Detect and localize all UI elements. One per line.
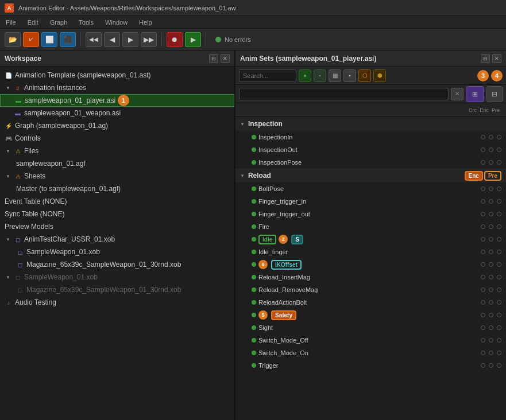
idle-badge[interactable]: Idle [258, 235, 276, 244]
trig-dot-2 [489, 363, 493, 368]
toolbar-btn-3[interactable]: ⬜ [41, 32, 57, 47]
stop-button[interactable]: ◀◀ [86, 32, 102, 47]
search-input[interactable] [239, 69, 296, 82]
tree-item-audio-testing[interactable]: ♪ Audio Testing [0, 296, 234, 309]
anim-row-inspectionout[interactable]: InspectionOut [235, 143, 506, 156]
toolbar: 📂 🗸 ⬜ ⬛ ◀◀ ◀ ▶ ▶▶ ⏺ ▶ No errors [0, 29, 506, 50]
rab-dot-2 [489, 300, 493, 305]
inspectionpose-label: InspectionPose [258, 159, 478, 166]
anim-row-inspectionin[interactable]: InspectionIn [235, 131, 506, 143]
animsets-icon-2[interactable]: ✕ [492, 54, 501, 63]
search-btn-2[interactable]: ▪ [314, 69, 326, 82]
fire-label: Fire [258, 223, 478, 230]
anim-row-idle[interactable]: Idle 2 S [235, 233, 506, 246]
col-header-crc: Crc [467, 107, 478, 113]
tree-item-event-table[interactable]: Event Table (NONE) [0, 195, 234, 208]
tree-item-sync-table[interactable]: Sync Table (NONE) [0, 208, 234, 220]
reload-badge-pre[interactable]: Pre [484, 171, 501, 181]
play-button[interactable]: ▶ [185, 32, 201, 47]
anim-row-reload-removemag[interactable]: Reload_RemoveMag [235, 283, 506, 296]
fire-dot-3 [497, 224, 501, 229]
tree-item-files[interactable]: ▼ ⚠ Files [0, 145, 234, 157]
animsets-icon-1[interactable]: ⊟ [481, 54, 490, 63]
view-list-btn[interactable]: ⊟ [486, 86, 503, 102]
tree-item-controls[interactable]: 🎮 Controls [0, 132, 234, 145]
skip-button[interactable]: ▶▶ [141, 32, 157, 47]
search-btn-orange[interactable]: ⬡ [358, 69, 371, 82]
forward-button[interactable]: ▶ [122, 32, 138, 47]
workspace-icon-1[interactable]: ⊟ [209, 54, 218, 63]
idlef-dot-1 [481, 250, 485, 254]
tree-item-anim-instances[interactable]: ▼ ≡ Animation Instances [0, 81, 234, 94]
reload-badge-enc[interactable]: Enc [465, 171, 483, 181]
tree-item-sampleweapon-disabled[interactable]: ▼ ◻ SampleWeapon_01.xob [0, 271, 234, 283]
view-grid-btn[interactable]: ⊞ [466, 86, 484, 102]
save-button[interactable]: 🗸 [23, 32, 39, 47]
tree-item-magazine-disabled[interactable]: ◻ Magazine_65x39c_SampleWeapon_01_30rnd.… [0, 283, 234, 296]
rab-dot [252, 300, 256, 305]
search-btn-4[interactable]: ▪ [343, 69, 356, 82]
anim-row-finger-trigger-in[interactable]: Finger_trigger_in [235, 195, 506, 208]
col-headers: Crc Enc Pre [235, 103, 506, 117]
tree-item-file1[interactable]: sampleweapon_01.agf [0, 157, 234, 170]
animsets-header: Anim Sets (sampleweapon_01_player.asi) ⊟… [235, 50, 506, 67]
fti-dot-3 [497, 199, 501, 204]
anim-row-boltpose[interactable]: BoltPose [235, 182, 506, 195]
anim-row-reload-action-bolt[interactable]: ReloadActionBolt [235, 296, 506, 309]
menu-file[interactable]: File [3, 18, 18, 27]
section-inspection[interactable]: ▼ Inspection [235, 117, 506, 131]
ikoffset-badge[interactable]: IKOffset [271, 260, 302, 270]
rrm-dot-1 [481, 287, 485, 292]
anim-row-trigger[interactable]: Trigger [235, 359, 506, 372]
tree-item-preview-models[interactable]: Preview Models [0, 220, 234, 233]
idlef-dot-3 [497, 250, 501, 254]
search-btn-3[interactable]: ▦ [329, 69, 341, 82]
sampleweapon-disabled-icon: ◻ [14, 273, 22, 281]
tree-item-sample-weapon-01[interactable]: ◻ SampleWeapon_01.xob [0, 246, 234, 258]
menu-help[interactable]: Help [137, 18, 154, 27]
search-btn-green[interactable]: ● [299, 69, 311, 82]
toolbar-btn-4[interactable]: ⬛ [60, 32, 76, 47]
menu-edit[interactable]: Edit [25, 18, 41, 27]
inspection-name: Inspection [248, 120, 283, 128]
inspectionin-dot-3 [497, 135, 501, 139]
filter-row: ✕ ⊞ ⊟ [235, 85, 506, 103]
anim-row-reload-insertmag[interactable]: Reload_InsertMag [235, 271, 506, 283]
anim-row-switch-mode-on[interactable]: Switch_Mode_On [235, 347, 506, 359]
menu-tools[interactable]: Tools [76, 18, 96, 27]
anim-row-idle-finger[interactable]: Idle_finger [235, 246, 506, 258]
idle-s-badge[interactable]: S [291, 235, 303, 244]
search-btn-5[interactable]: ⬢ [373, 69, 386, 82]
anim-row-sight[interactable]: Sight [235, 321, 506, 334]
tree-item-magazine[interactable]: ◻ Magazine_65x39c_SampleWeapon_01_30rnd.… [0, 258, 234, 271]
record-button[interactable]: ⏺ [167, 32, 183, 47]
filter-clear-btn[interactable]: ✕ [451, 88, 463, 100]
tree-item-player-asi[interactable]: ▬ sampleweapon_01_player.asi 1 [0, 94, 234, 107]
workspace-icon-2[interactable]: ✕ [221, 54, 230, 63]
workspace-header-icons: ⊟ ✕ [209, 54, 230, 63]
tree-item-weapon-asi[interactable]: ▬ sampleweapon_01_weapon.asi [0, 107, 234, 119]
menu-window[interactable]: Window [103, 18, 130, 27]
open-folder-button[interactable]: 📂 [5, 32, 21, 47]
menu-graph[interactable]: Graph [48, 18, 70, 27]
inspectionpose-dots [481, 160, 501, 165]
tree-item-graph[interactable]: ⚡ Graph (sampleweapon_01.ag) [0, 119, 234, 132]
filter-input[interactable] [239, 88, 449, 100]
tree-item-anim-template[interactable]: 📄 Animation Template (sampleweapon_01.as… [0, 69, 234, 81]
tree-item-master-sheet[interactable]: Master (to sampleweapon_01.agf) [0, 182, 234, 195]
anim-row-finger-trigger-out[interactable]: Finger_trigger_out [235, 208, 506, 220]
safety-badge[interactable]: Safety [271, 310, 296, 320]
anim-row-ikoffset[interactable]: 6 IKOffset [235, 258, 506, 271]
tree-item-anim-test-char[interactable]: ▼ ◻ AnimTestChar_USSR_01.xob [0, 233, 234, 246]
anim-row-safety[interactable]: 5 Safety [235, 309, 506, 321]
anim-row-switch-mode-off[interactable]: Switch_Mode_Off [235, 334, 506, 347]
smon-dot-1 [481, 351, 485, 355]
anim-row-inspectionpose[interactable]: InspectionPose [235, 156, 506, 169]
event-table-label: Event Table (NONE) [5, 197, 67, 205]
sight-dot-2 [489, 325, 493, 330]
rewind-button[interactable]: ◀ [104, 32, 120, 47]
anim-row-fire[interactable]: Fire [235, 220, 506, 233]
anim-test-char-icon: ◻ [14, 235, 22, 243]
section-reload[interactable]: ▼ Reload Enc Pre [235, 169, 506, 182]
tree-item-sheets[interactable]: ▼ ⚠ Sheets [0, 170, 234, 182]
